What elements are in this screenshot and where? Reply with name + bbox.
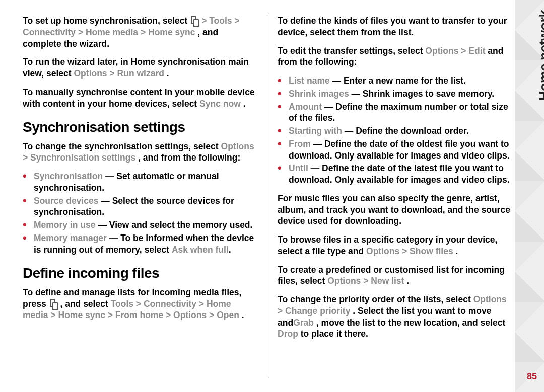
nav-path: Options > Show files bbox=[366, 246, 453, 256]
list-item: List name — Enter a new name for the lis… bbox=[289, 75, 511, 87]
list-item: Until — Define the date of the latest fi… bbox=[289, 163, 511, 186]
para-define-kinds: To define the kinds of files you want to… bbox=[278, 15, 511, 38]
para-define-incoming: To define and manage lists for incoming … bbox=[23, 287, 256, 321]
menu-key-icon bbox=[49, 299, 58, 309]
list-transfer-settings: List name — Enter a new name for the lis… bbox=[278, 75, 511, 186]
list-item: Starting with — Define the download orde… bbox=[289, 125, 511, 137]
nav-path: Options > New list bbox=[327, 276, 404, 286]
list-item: Memory in use — View and select the memo… bbox=[34, 219, 256, 231]
column-right: To define the kinds of files you want to… bbox=[267, 15, 511, 377]
heading-sync-settings: Synchronisation settings bbox=[23, 118, 256, 136]
list-item: Shrink images — Shrink images to save me… bbox=[289, 88, 511, 100]
list-sync-settings: Synchronisation — Set automatic or manua… bbox=[23, 171, 256, 255]
section-ribbon: Home network 85 bbox=[515, 0, 544, 392]
menu-key-icon bbox=[190, 16, 199, 26]
section-title: Home network bbox=[537, 10, 544, 101]
para-sync-now: To manually synchronise content in your … bbox=[23, 87, 256, 110]
para-change-settings: To change the synchronisation settings, … bbox=[23, 141, 256, 164]
para-browse: To browse files in a specific category i… bbox=[278, 234, 511, 257]
list-item: Amount — Define the maximum number or to… bbox=[289, 101, 511, 124]
manual-page: To set up home synchronisation, select >… bbox=[0, 0, 544, 392]
list-item: Source devices — Select the source devic… bbox=[34, 195, 256, 218]
heading-define-incoming: Define incoming files bbox=[23, 264, 256, 282]
para-edit-transfer: To edit the transfer settings, select Op… bbox=[278, 45, 511, 68]
column-left: To set up home synchronisation, select >… bbox=[23, 15, 264, 377]
list-item: Memory manager — To be informed when the… bbox=[34, 232, 256, 256]
page-number: 85 bbox=[527, 371, 537, 382]
para-priority: To change the priority order of the list… bbox=[278, 294, 511, 340]
nav-path: Options > Run wizard bbox=[74, 68, 164, 79]
list-item: From — Define the date of the oldest fil… bbox=[289, 138, 511, 162]
para-setup: To set up home synchronisation, select >… bbox=[23, 15, 256, 49]
nav-path: Options > Edit bbox=[425, 46, 485, 56]
para-music: For music files you can also specify the… bbox=[278, 193, 511, 227]
content-columns: To set up home synchronisation, select >… bbox=[23, 15, 511, 377]
para-run-wizard: To run the wizard later, in Home synchro… bbox=[23, 56, 256, 80]
para-new-list: To create a predefined or customised lis… bbox=[278, 264, 511, 287]
list-item: Synchronisation — Set automatic or manua… bbox=[34, 171, 256, 194]
